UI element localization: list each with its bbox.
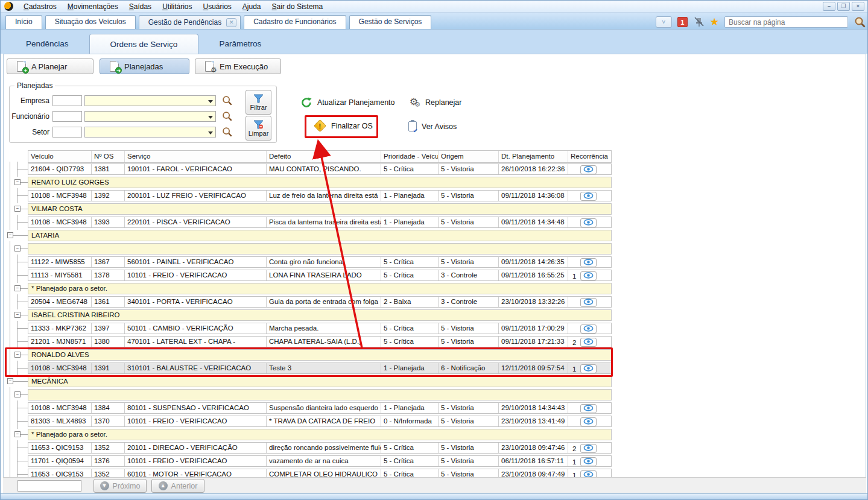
replanejar-button[interactable]: ⚙⚙ Replanejar	[407, 97, 461, 108]
table-row-cells[interactable]: 21604 - QID77931381190101 - FAROL - VERI…	[28, 163, 612, 175]
tab-gestao-de-pendencias[interactable]: Gestão de Pendências✕	[139, 15, 241, 29]
tab-inicio[interactable]: Início	[5, 15, 42, 29]
page-search-input[interactable]	[724, 16, 848, 28]
tree-collapse-icon[interactable]: −	[14, 179, 21, 185]
table-row-cells[interactable]: 10108 - MCF39481392200101 - LUZ FREIO - …	[28, 190, 612, 201]
table-row-cells[interactable]: 10108 - MCF39481393220101 - PISCA - VERI…	[28, 217, 612, 228]
table-row-cells[interactable]: 81303 - MLX4893137010101 - FREIO - VERIF…	[28, 416, 612, 427]
view-details-button[interactable]	[580, 324, 597, 334]
tree-collapse-icon[interactable]: −	[7, 378, 13, 384]
table-row-cells[interactable]: 21201 - MJN85711380470101 - LATERAL EXT …	[28, 336, 612, 347]
view-details-button[interactable]	[580, 298, 597, 307]
group-label[interactable]: LATARIA	[28, 230, 612, 241]
atualizar-planejamento-button[interactable]: Atualizar Planejamento	[300, 97, 395, 109]
setor-lookup-icon[interactable]	[221, 126, 233, 138]
tree-collapse-icon[interactable]: −	[14, 312, 21, 318]
view-details-button[interactable]	[580, 338, 597, 347]
tree-collapse-icon[interactable]: −	[14, 352, 21, 358]
view-details-button[interactable]	[580, 192, 597, 201]
view-details-button[interactable]	[580, 271, 597, 280]
tree-collapse-icon[interactable]: −	[14, 245, 21, 252]
anterior-button[interactable]: ▲ Anterior	[151, 479, 204, 493]
minimize-button[interactable]: –	[823, 2, 835, 11]
menu-item-saidas[interactable]: Saídas	[124, 1, 157, 12]
group-label[interactable]	[28, 389, 612, 400]
setor-combo[interactable]	[84, 127, 216, 138]
tree-collapse-icon[interactable]: −	[14, 285, 21, 291]
column-header-recorrencia[interactable]: Recorrência	[568, 151, 612, 162]
funcionario-code-input[interactable]	[52, 111, 82, 122]
group-label[interactable]: * Planejado para o setor.	[28, 283, 612, 294]
view-details-button[interactable]	[580, 165, 597, 174]
pin-disabled-icon[interactable]	[693, 16, 705, 28]
subtab-ordens-de-servico[interactable]: Ordens de Serviço	[89, 34, 199, 54]
chevron-down-icon[interactable]: ˅	[656, 16, 672, 28]
tree-collapse-icon[interactable]: −	[14, 431, 21, 437]
table-row-cells[interactable]: 20504 - MEG67481361340101 - PORTA - VERI…	[28, 296, 612, 308]
group-label[interactable]: RENATO LUIZ GORGES	[28, 177, 612, 188]
group-label[interactable]: MECÂNICA	[28, 376, 612, 387]
column-header-dt-planejamento[interactable]: Dt. Planejamento	[499, 151, 568, 162]
menu-item-utilitarios[interactable]: Utilitários	[157, 1, 197, 12]
table-row-cells[interactable]: 11653 - QIC9153135260101 - MOTOR - VERIF…	[28, 469, 612, 477]
subtab-parametros[interactable]: Parâmetros	[198, 34, 282, 54]
tab-gestao-de-servicos[interactable]: Gestão de Serviços	[349, 15, 432, 29]
tree-collapse-icon[interactable]: −	[7, 232, 13, 238]
group-label[interactable]	[28, 243, 612, 255]
menu-item-movimentacoes[interactable]: Movimentações	[62, 1, 124, 12]
toolbar-em-execucao[interactable]: ⚙Em Execução	[195, 59, 281, 74]
group-label[interactable]: VILMAR COSTA	[28, 203, 612, 215]
menu-item-usuarios[interactable]: Usuários	[197, 1, 236, 12]
ver-avisos-button[interactable]: Ver Avisos	[408, 121, 457, 131]
funcionario-lookup-icon[interactable]	[221, 110, 233, 122]
view-details-button[interactable]	[580, 470, 597, 477]
empresa-lookup-icon[interactable]	[221, 95, 233, 106]
view-details-button[interactable]	[580, 218, 597, 227]
notification-badge[interactable]: 1	[677, 17, 688, 27]
view-details-button[interactable]	[580, 457, 597, 466]
toolbar-a-planejar[interactable]: +A Planejar	[7, 59, 93, 74]
group-label[interactable]: ISABEL CRISTINA RIBEIRO	[28, 309, 612, 321]
search-icon[interactable]	[854, 16, 866, 28]
column-header-defeito[interactable]: Defeito	[267, 151, 381, 162]
group-label[interactable]: RONALDO ALVES	[28, 349, 612, 361]
view-details-button[interactable]	[580, 364, 597, 373]
empresa-combo[interactable]	[84, 95, 216, 106]
finalizar-os-button[interactable]: ! Finalizar OS	[314, 120, 373, 131]
table-row-cells[interactable]: 11122 - MIW58551367560101 - PAINEL - VER…	[28, 256, 612, 268]
table-row-cells[interactable]: 11333 - MKP7362139750101 - CAMBIO - VERI…	[28, 323, 612, 334]
table-row-cells[interactable]: 11653 - QIC9153135220101 - DIRECAO - VER…	[28, 442, 612, 454]
subtab-pendencias[interactable]: Pendências	[5, 34, 89, 54]
column-header-prioridade-veiculo[interactable]: Prioridade - Veículo	[381, 151, 439, 162]
restore-button[interactable]: ❐	[837, 2, 850, 11]
column-header-n-os[interactable]: Nº OS	[92, 151, 125, 162]
view-details-button[interactable]	[580, 417, 597, 426]
menu-item-ajuda[interactable]: Ajuda	[237, 1, 267, 12]
tree-collapse-icon[interactable]: −	[14, 391, 21, 397]
limpar-button[interactable]: Limpar	[246, 116, 271, 141]
menu-item-sair-do-sistema[interactable]: Sair do Sistema	[267, 1, 329, 12]
tab-close-icon[interactable]: ✕	[226, 18, 236, 27]
close-button[interactable]: ×	[852, 2, 864, 11]
row-search-input[interactable]	[17, 480, 81, 492]
setor-code-input[interactable]	[52, 127, 82, 138]
proximo-button[interactable]: ▼ Próximo	[93, 479, 147, 493]
column-header-servico[interactable]: Serviço	[125, 151, 267, 162]
view-details-button[interactable]	[580, 258, 597, 267]
favorite-star-icon[interactable]: ★	[710, 17, 719, 27]
table-row-cells[interactable]: 11701 - QIQ0594137610101 - FREIO - VERIF…	[28, 455, 612, 467]
empresa-code-input[interactable]	[52, 95, 82, 106]
funcionario-combo[interactable]	[84, 111, 216, 122]
column-header-origem[interactable]: Origem	[439, 151, 499, 162]
view-details-button[interactable]	[580, 404, 597, 413]
toolbar-planejadas[interactable]: ➜Planejadas	[100, 59, 189, 74]
tree-collapse-icon[interactable]: −	[14, 206, 21, 212]
tab-cadastro-de-funcionarios[interactable]: Cadastro de Funcionários	[244, 15, 346, 29]
menu-item-cadastros[interactable]: Cadastros	[18, 1, 62, 12]
group-label[interactable]: * Planejado para o setor.	[28, 429, 612, 440]
column-header-veiculo[interactable]: Veículo	[28, 151, 92, 162]
tab-situacao-dos-veiculos[interactable]: Situação dos Veículos	[45, 15, 136, 29]
filtrar-button[interactable]: Filtrar	[246, 90, 271, 115]
table-row-cells[interactable]: 11113 - MIY5581137810101 - FREIO - VERIF…	[28, 270, 612, 281]
view-details-button[interactable]	[580, 444, 597, 453]
